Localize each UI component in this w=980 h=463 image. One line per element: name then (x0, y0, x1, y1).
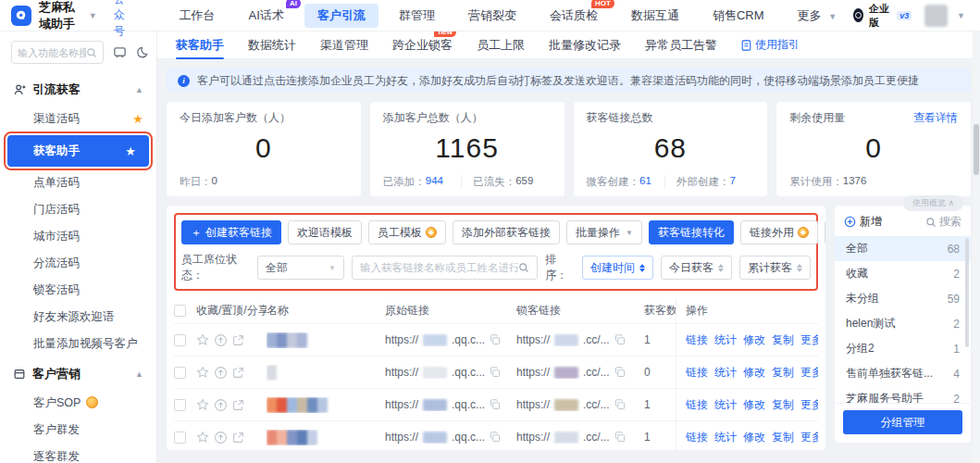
favorite-star-icon[interactable]: ★ (125, 144, 136, 158)
moon-icon[interactable] (136, 45, 150, 59)
action-link[interactable]: 链接 (686, 332, 708, 348)
nav-item-chat-inspection[interactable]: 会话质检HOT (537, 4, 611, 28)
welcome-template-button[interactable]: 欢迎语模板 (288, 220, 362, 244)
action-more[interactable]: 更多 (800, 365, 818, 381)
page-scrollbar[interactable] (973, 31, 980, 463)
manage-groups-button[interactable]: 分组管理 (843, 410, 962, 434)
group-item[interactable]: 全部 68 (835, 236, 971, 261)
tab-acquisition-assistant[interactable]: 获客助手 (176, 32, 224, 58)
tab-batch-edit-log[interactable]: 批量修改记录 (549, 32, 621, 58)
sidebar-section-marketing[interactable]: 客户营销 ▲ (0, 357, 156, 390)
link-search-input[interactable] (360, 262, 518, 273)
nav-item-marketing-fission[interactable]: 营销裂变 (455, 4, 529, 28)
sidebar-item-batch-video-customers[interactable]: 批量添加视频号客户 (0, 331, 156, 357)
sidebar-item-customer-broadcast[interactable]: 客户群发 (0, 417, 156, 444)
copy-icon[interactable] (490, 399, 501, 410)
action-edit[interactable]: 修改 (743, 332, 765, 348)
groups-scrollbar-thumb[interactable] (965, 238, 969, 347)
user-menu-chevron-down-icon[interactable]: ▼ (957, 11, 965, 20)
copy-icon[interactable] (614, 334, 626, 345)
nav-item-sales-crm[interactable]: 销售CRM (700, 4, 777, 28)
sidebar-item-split-qr[interactable]: 分流活码 (0, 250, 156, 277)
group-item[interactable]: 芝麻服务号助手 2 (835, 386, 971, 403)
action-statistics[interactable]: 统计 (714, 397, 737, 413)
nav-item-more[interactable]: 更多 ▼ (785, 4, 854, 28)
nav-item-group-management[interactable]: 群管理 (386, 4, 448, 28)
action-more[interactable]: 更多 (800, 397, 818, 413)
star-icon[interactable] (196, 431, 209, 444)
row-checkbox[interactable] (174, 432, 186, 444)
share-icon[interactable] (232, 367, 244, 379)
sort-by-created-time[interactable]: 创建时间 (582, 256, 653, 280)
pin-top-icon[interactable] (214, 366, 228, 380)
sidebar-item-per-customer-broadcast[interactable]: 逐客群发 (0, 444, 156, 463)
view-details-link[interactable]: 查看详情 (913, 110, 958, 126)
share-metrics-button[interactable]: 分享指标 (825, 220, 825, 244)
group-item[interactable]: helen测试 2 (835, 311, 971, 336)
share-icon[interactable] (232, 432, 244, 444)
link-search-box[interactable] (352, 256, 538, 280)
action-link[interactable]: 链接 (686, 365, 708, 381)
action-link[interactable]: 链接 (686, 397, 708, 413)
sidebar-item-city-qr[interactable]: 城市活码 (0, 223, 156, 250)
star-icon[interactable] (196, 333, 209, 346)
group-search-button[interactable]: 搜索 (925, 214, 961, 230)
tab-abnormal-staff-alert[interactable]: 异常员工告警 (645, 32, 717, 58)
brand-chevron-down-icon[interactable]: ▼ (89, 11, 97, 20)
copy-icon[interactable] (490, 334, 501, 345)
group-item[interactable]: 收藏 2 (835, 261, 971, 286)
action-copy[interactable]: 复制 (772, 332, 794, 348)
action-statistics[interactable]: 统计 (714, 365, 737, 381)
create-link-button[interactable]: ＋创建获客链接 (181, 220, 281, 244)
sidebar-item-customer-sop[interactable]: 客户SOP (0, 390, 156, 417)
account-type-link[interactable]: 公众号 (114, 0, 135, 39)
tab-staff-limit[interactable]: 员工上限 (477, 32, 525, 58)
sidebar-search-box[interactable] (11, 41, 104, 64)
external-link-use-button[interactable]: 链接外用◆ (740, 220, 818, 244)
nav-item-data-exchange[interactable]: 数据互通 (618, 4, 692, 28)
row-checkbox[interactable] (174, 399, 186, 411)
star-icon[interactable] (196, 398, 209, 411)
sort-by-today-acquired[interactable]: 今日获客 (661, 256, 732, 280)
favorite-star-icon[interactable]: ★ (132, 112, 143, 126)
link-conversion-button[interactable]: 获客链接转化 (649, 220, 734, 244)
sidebar-item-lock-qr[interactable]: 锁客活码 (0, 277, 156, 304)
tab-cross-enterprise-lock[interactable]: 跨企业锁客new (392, 32, 453, 58)
add-group-button[interactable]: 新增 (844, 214, 882, 230)
share-icon[interactable] (232, 334, 244, 346)
page-scrollbar-thumb[interactable] (974, 124, 979, 175)
sort-by-total-acquired[interactable]: 累计获客 (739, 256, 811, 280)
action-copy[interactable]: 复制 (772, 365, 794, 381)
pin-top-icon[interactable] (214, 333, 228, 347)
star-icon[interactable] (196, 366, 209, 379)
quick-nav-icon[interactable] (113, 45, 127, 59)
row-checkbox[interactable] (174, 367, 186, 379)
group-item[interactable]: 未分组 59 (835, 286, 971, 311)
collapse-overview-toggle[interactable]: 使用概览 ∧ (903, 195, 963, 211)
sidebar-item-store-qr[interactable]: 门店活码 (0, 196, 156, 223)
action-edit[interactable]: 修改 (743, 430, 765, 445)
action-statistics[interactable]: 统计 (714, 430, 737, 445)
sidebar-section-acquisition[interactable]: 引流获客 ▲ (0, 73, 156, 106)
group-item[interactable]: 分组2 1 (835, 336, 971, 361)
tab-data-statistics[interactable]: 数据统计 (248, 32, 296, 58)
copy-icon[interactable] (614, 367, 626, 378)
chevron-up-icon[interactable]: ▲ (135, 369, 143, 379)
nav-item-ai-script[interactable]: AI话术AI (236, 4, 297, 28)
staff-template-button[interactable]: 员工模板◆ (368, 220, 446, 244)
group-item[interactable]: 售前单独获客链... 4 (835, 361, 971, 386)
action-link[interactable]: 链接 (686, 430, 708, 445)
action-more[interactable]: 更多 (800, 430, 818, 445)
action-edit[interactable]: 修改 (743, 365, 765, 381)
action-edit[interactable]: 修改 (743, 397, 765, 413)
action-copy[interactable]: 复制 (772, 430, 794, 445)
seat-status-select[interactable]: 全部▼ (257, 256, 344, 280)
share-icon[interactable] (232, 399, 244, 411)
copy-icon[interactable] (490, 367, 501, 378)
pin-top-icon[interactable] (214, 431, 228, 444)
nav-item-customer-acquisition[interactable]: 客户引流 (304, 4, 378, 28)
batch-operation-button[interactable]: 批量操作▼ (566, 220, 642, 244)
copy-icon[interactable] (490, 432, 501, 443)
action-more[interactable]: 更多 (800, 332, 818, 348)
action-statistics[interactable]: 统计 (714, 332, 737, 348)
